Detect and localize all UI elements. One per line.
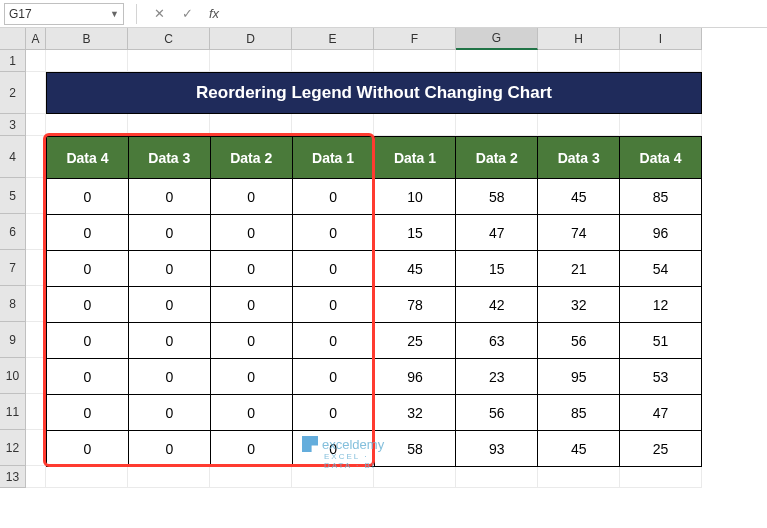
col-header-C[interactable]: C bbox=[128, 28, 210, 50]
table-cell[interactable]: 0 bbox=[210, 395, 292, 431]
table-cell[interactable]: 53 bbox=[620, 359, 702, 395]
table-header[interactable]: Data 3 bbox=[128, 137, 210, 179]
fx-label[interactable]: fx bbox=[209, 6, 219, 21]
row-header-10[interactable]: 10 bbox=[0, 358, 26, 394]
row-header-9[interactable]: 9 bbox=[0, 322, 26, 358]
table-header[interactable]: Data 1 bbox=[292, 137, 374, 179]
table-cell[interactable]: 0 bbox=[128, 431, 210, 467]
table-cell[interactable]: 85 bbox=[620, 179, 702, 215]
formula-input[interactable] bbox=[227, 3, 763, 25]
row-header-5[interactable]: 5 bbox=[0, 178, 26, 214]
select-all-corner[interactable] bbox=[0, 28, 26, 50]
table-cell[interactable]: 0 bbox=[128, 395, 210, 431]
table-cell[interactable]: 0 bbox=[210, 431, 292, 467]
table-cell[interactable]: 0 bbox=[47, 251, 129, 287]
table-cell[interactable]: 74 bbox=[538, 215, 620, 251]
table-cell[interactable]: 0 bbox=[128, 323, 210, 359]
table-cell[interactable]: 63 bbox=[456, 323, 538, 359]
table-cell[interactable]: 0 bbox=[210, 179, 292, 215]
table-row[interactable]: 000058934525 bbox=[47, 431, 702, 467]
table-cell[interactable]: 93 bbox=[456, 431, 538, 467]
table-cell[interactable]: 45 bbox=[538, 179, 620, 215]
table-cell[interactable]: 25 bbox=[620, 431, 702, 467]
table-header[interactable]: Data 2 bbox=[210, 137, 292, 179]
col-header-H[interactable]: H bbox=[538, 28, 620, 50]
table-cell[interactable]: 0 bbox=[292, 287, 374, 323]
enter-icon[interactable]: ✓ bbox=[177, 6, 197, 21]
chevron-down-icon[interactable]: ▼ bbox=[110, 9, 119, 19]
table-cell[interactable]: 0 bbox=[292, 395, 374, 431]
table-header[interactable]: Data 1 bbox=[374, 137, 456, 179]
table-header[interactable]: Data 2 bbox=[456, 137, 538, 179]
table-cell[interactable]: 45 bbox=[374, 251, 456, 287]
table-cell[interactable]: 0 bbox=[47, 431, 129, 467]
table-cell[interactable]: 47 bbox=[620, 395, 702, 431]
table-row[interactable]: 000010584585 bbox=[47, 179, 702, 215]
table-header[interactable]: Data 4 bbox=[47, 137, 129, 179]
table-cell[interactable]: 0 bbox=[210, 323, 292, 359]
name-box[interactable]: G17 ▼ bbox=[4, 3, 124, 25]
row-header-12[interactable]: 12 bbox=[0, 430, 26, 466]
table-cell[interactable]: 56 bbox=[456, 395, 538, 431]
table-cell[interactable]: 10 bbox=[374, 179, 456, 215]
table-cell[interactable]: 0 bbox=[128, 251, 210, 287]
table-row[interactable]: 000015477496 bbox=[47, 215, 702, 251]
row-header-7[interactable]: 7 bbox=[0, 250, 26, 286]
cancel-icon[interactable]: ✕ bbox=[149, 6, 169, 21]
table-cell[interactable]: 85 bbox=[538, 395, 620, 431]
col-header-B[interactable]: B bbox=[46, 28, 128, 50]
table-cell[interactable]: 0 bbox=[128, 215, 210, 251]
col-header-I[interactable]: I bbox=[620, 28, 702, 50]
table-cell[interactable]: 32 bbox=[374, 395, 456, 431]
row-header-1[interactable]: 1 bbox=[0, 50, 26, 72]
table-cell[interactable]: 25 bbox=[374, 323, 456, 359]
col-header-A[interactable]: A bbox=[26, 28, 46, 50]
table-header[interactable]: Data 4 bbox=[620, 137, 702, 179]
table-cell[interactable]: 0 bbox=[292, 179, 374, 215]
table-cell[interactable]: 0 bbox=[47, 215, 129, 251]
table-cell[interactable]: 54 bbox=[620, 251, 702, 287]
table-row[interactable]: 000032568547 bbox=[47, 395, 702, 431]
table-cell[interactable]: 0 bbox=[128, 359, 210, 395]
table-cell[interactable]: 0 bbox=[47, 179, 129, 215]
table-cell[interactable]: 45 bbox=[538, 431, 620, 467]
table-cell[interactable]: 42 bbox=[456, 287, 538, 323]
table-cell[interactable]: 96 bbox=[374, 359, 456, 395]
table-cell[interactable]: 58 bbox=[456, 179, 538, 215]
table-row[interactable]: 000078423212 bbox=[47, 287, 702, 323]
table-cell[interactable]: 12 bbox=[620, 287, 702, 323]
table-cell[interactable]: 0 bbox=[210, 215, 292, 251]
col-header-E[interactable]: E bbox=[292, 28, 374, 50]
row-header-3[interactable]: 3 bbox=[0, 114, 26, 136]
table-cell[interactable]: 0 bbox=[47, 395, 129, 431]
table-cell[interactable]: 15 bbox=[456, 251, 538, 287]
table-row[interactable]: 000045152154 bbox=[47, 251, 702, 287]
row-header-6[interactable]: 6 bbox=[0, 214, 26, 250]
row-header-4[interactable]: 4 bbox=[0, 136, 26, 178]
table-row[interactable]: 000096239553 bbox=[47, 359, 702, 395]
col-header-D[interactable]: D bbox=[210, 28, 292, 50]
col-header-G[interactable]: G bbox=[456, 28, 538, 50]
table-header[interactable]: Data 3 bbox=[538, 137, 620, 179]
table-cell[interactable]: 47 bbox=[456, 215, 538, 251]
table-cell[interactable]: 51 bbox=[620, 323, 702, 359]
table-cell[interactable]: 95 bbox=[538, 359, 620, 395]
table-cell[interactable]: 0 bbox=[128, 287, 210, 323]
table-row[interactable]: 000025635651 bbox=[47, 323, 702, 359]
table-cell[interactable]: 0 bbox=[292, 215, 374, 251]
table-cell[interactable]: 23 bbox=[456, 359, 538, 395]
table-cell[interactable]: 21 bbox=[538, 251, 620, 287]
table-cell[interactable]: 0 bbox=[292, 359, 374, 395]
row-header-13[interactable]: 13 bbox=[0, 466, 26, 488]
table-cell[interactable]: 15 bbox=[374, 215, 456, 251]
data-table[interactable]: Data 4Data 3Data 2Data 1Data 1Data 2Data… bbox=[46, 136, 702, 467]
table-cell[interactable]: 0 bbox=[210, 251, 292, 287]
table-cell[interactable]: 0 bbox=[292, 323, 374, 359]
table-cell[interactable]: 0 bbox=[128, 179, 210, 215]
col-header-F[interactable]: F bbox=[374, 28, 456, 50]
table-cell[interactable]: 0 bbox=[47, 323, 129, 359]
table-cell[interactable]: 0 bbox=[47, 359, 129, 395]
row-header-8[interactable]: 8 bbox=[0, 286, 26, 322]
table-cell[interactable]: 0 bbox=[210, 359, 292, 395]
table-cell[interactable]: 58 bbox=[374, 431, 456, 467]
